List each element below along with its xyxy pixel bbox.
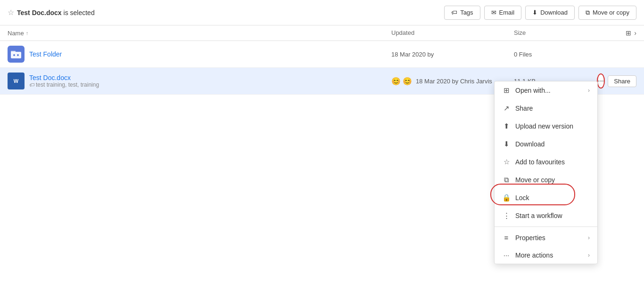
group-icon: 😊	[403, 77, 412, 86]
folder-name-info: Test Folder	[29, 50, 62, 58]
table-header: Name ↑ Updated Size ⊞ ›	[0, 25, 644, 41]
svg-point-3	[13, 54, 16, 57]
folder-updated: 18 Mar 2020 by	[391, 51, 514, 58]
svg-point-4	[17, 54, 19, 57]
chevron-right-icon[interactable]: ›	[634, 29, 636, 37]
share-row-button[interactable]: Share	[608, 75, 636, 87]
selection-info: ☆ Test Doc.docx is selected	[8, 8, 95, 17]
tag-small-icon: 🏷	[29, 82, 34, 88]
top-bar-actions: 🏷 Tags ✉ Email ⬇ Download ⧉ Move or copy	[444, 6, 636, 20]
row-name-folder: Test Folder	[8, 46, 391, 63]
context-menu: ⊞ Open with... › ↗ Share ⬆ Upload new ve…	[494, 81, 598, 95]
star-icon[interactable]: ☆	[8, 8, 14, 17]
download-icon: ⬇	[532, 9, 537, 16]
col-name-header[interactable]: Name ↑	[8, 29, 391, 37]
download-button[interactable]: ⬇ Download	[525, 6, 575, 20]
grid-view-icon[interactable]: ⊞	[626, 29, 631, 37]
email-button[interactable]: ✉ Email	[484, 6, 522, 20]
user-icon: 😊	[391, 77, 401, 86]
doc-icon: W	[8, 73, 25, 89]
more-actions-button[interactable]: ···	[597, 73, 605, 89]
col-size-header: Size	[514, 29, 599, 37]
folder-name[interactable]: Test Folder	[29, 50, 62, 58]
open-with-icon: ⊞	[502, 86, 511, 95]
sort-arrow-icon: ↑	[26, 30, 29, 36]
col-updated-header: Updated	[391, 29, 514, 37]
row-name-doc: W Test Doc.docx 🏷 test training, test, t…	[8, 73, 391, 89]
doc-tags: 🏷 test training, test, training	[29, 81, 99, 88]
folder-icon	[8, 46, 25, 63]
doc-updated: 18 Mar 2020 by Chris Jarvis	[416, 78, 492, 85]
doc-name-info: Test Doc.docx 🏷 test training, test, tra…	[29, 74, 99, 88]
open-with-arrow: ›	[588, 87, 590, 94]
move-copy-button[interactable]: ⧉ Move or copy	[578, 6, 636, 20]
avatar-icons: 😊 😊	[391, 77, 412, 86]
doc-actions: ··· Share	[599, 73, 636, 89]
top-bar: ☆ Test Doc.docx is selected 🏷 Tags ✉ Ema…	[0, 0, 644, 25]
selected-file-label: Test Doc.docx is selected	[17, 9, 95, 16]
move-copy-icon: ⧉	[586, 9, 590, 16]
view-controls: ⊞ ›	[599, 29, 636, 37]
tag-icon: 🏷	[451, 9, 457, 16]
menu-item-open-with[interactable]: ⊞ Open with... ›	[495, 81, 597, 95]
table-row: Test Folder 18 Mar 2020 by 0 Files	[0, 41, 644, 68]
folder-size: 0 Files	[514, 51, 599, 58]
tags-button[interactable]: 🏷 Tags	[444, 6, 480, 20]
doc-name[interactable]: Test Doc.docx	[29, 74, 99, 81]
email-icon: ✉	[491, 9, 496, 16]
